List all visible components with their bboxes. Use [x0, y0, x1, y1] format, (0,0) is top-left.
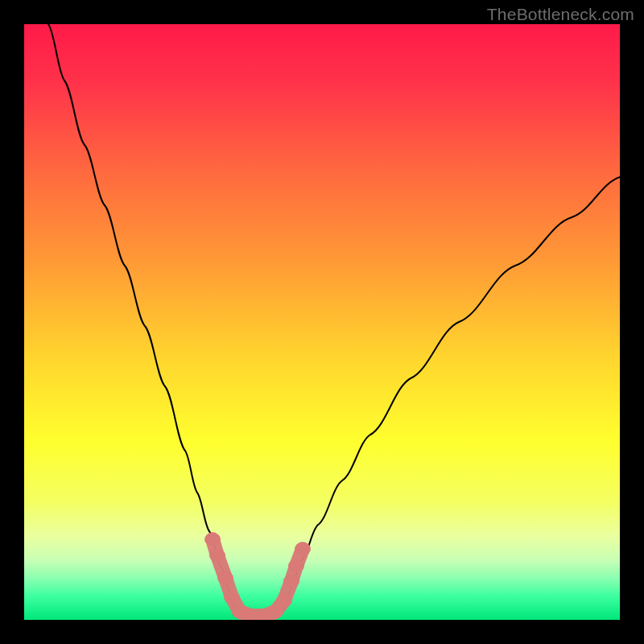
marker-point — [283, 575, 299, 588]
marker-point — [267, 605, 283, 618]
series-left-branch — [48, 24, 235, 610]
marker-point — [224, 591, 240, 604]
marker-point — [295, 543, 311, 555]
marker-point — [217, 572, 233, 584]
marker-point — [276, 594, 292, 607]
plot-area — [24, 24, 620, 620]
marker-point — [209, 549, 225, 562]
marker-point — [288, 559, 304, 572]
series-right-branch — [283, 177, 620, 610]
chart-frame: TheBottleneck.com — [0, 0, 644, 644]
watermark-text: TheBottleneck.com — [487, 5, 634, 24]
curves-layer — [24, 24, 620, 620]
marker-point — [204, 533, 221, 546]
